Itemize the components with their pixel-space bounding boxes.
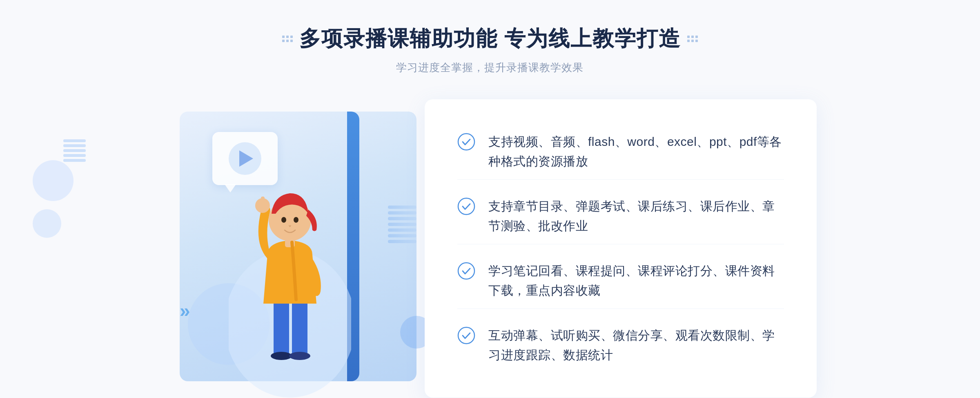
stripe-line-6 — [388, 234, 416, 237]
header-section: 多项录播课辅助功能 专为线上教学打造 学习进度全掌握，提升录播课教学效果 — [282, 25, 698, 75]
svg-point-13 — [458, 263, 474, 279]
right-decoration-dots — [687, 36, 698, 42]
stripe-line-3 — [388, 217, 416, 220]
stripes-decoration — [388, 206, 416, 246]
feature-text-3: 学习笔记回看、课程提问、课程评论打分、课件资料下载，重点内容收藏 — [488, 261, 784, 300]
feature-item-4: 互动弹幕、试听购买、微信分享、观看次数限制、学习进度跟踪、数据统计 — [457, 318, 784, 373]
feature-text-1: 支持视频、音频、flash、word、excel、ppt、pdf等各种格式的资源… — [488, 132, 784, 171]
feature-item-2: 支持章节目录、弹题考试、课后练习、课后作业、章节测验、批改作业 — [457, 188, 784, 244]
title-row: 多项录播课辅助功能 专为线上教学打造 — [282, 25, 698, 53]
check-icon-4 — [457, 326, 475, 344]
stripe-line-1 — [388, 206, 416, 209]
feature-item-3: 学习笔记回看、课程提问、课程评论打分、课件资料下载，重点内容收藏 — [457, 253, 784, 309]
feature-text-4: 互动弹幕、试听购买、微信分享、观看次数限制、学习进度跟踪、数据统计 — [488, 326, 784, 365]
feature-text-2: 支持章节目录、弹题考试、课后练习、课后作业、章节测验、批改作业 — [488, 197, 784, 236]
svg-point-9 — [294, 217, 298, 223]
stripe-line-4 — [388, 223, 416, 226]
stripe-4 — [63, 154, 86, 157]
svg-point-4 — [289, 352, 310, 360]
left-decoration-dots — [282, 36, 293, 42]
outer-stripes — [63, 139, 86, 164]
stripe-line-5 — [388, 228, 416, 232]
check-icon-1 — [457, 133, 475, 151]
check-icon-2 — [457, 197, 475, 215]
main-title: 多项录播课辅助功能 专为线上教学打造 — [299, 25, 681, 53]
svg-point-8 — [281, 217, 286, 223]
main-content: » — [163, 99, 817, 398]
outer-circle-small — [33, 209, 61, 238]
stripe-2 — [63, 144, 86, 147]
subtitle: 学习进度全掌握，提升录播课教学效果 — [282, 60, 698, 75]
check-icon-3 — [457, 262, 475, 280]
stripe-line-2 — [388, 211, 416, 215]
page-container: 多项录播课辅助功能 专为线上教学打造 学习进度全掌握，提升录播课教学效果 — [0, 0, 980, 398]
stripe-1 — [63, 139, 86, 142]
svg-point-14 — [458, 327, 474, 344]
feature-item-1: 支持视频、音频、flash、word、excel、ppt、pdf等各种格式的资源… — [457, 124, 784, 180]
figure-illustration — [229, 161, 351, 398]
stripe-5 — [63, 159, 86, 162]
svg-point-11 — [458, 134, 474, 150]
svg-rect-1 — [274, 300, 289, 357]
svg-point-3 — [271, 352, 292, 360]
outer-left-decoration — [33, 160, 74, 238]
content-panel: 支持视频、音频、flash、word、excel、ppt、pdf等各种格式的资源… — [425, 99, 817, 398]
illustration-area: » — [163, 99, 441, 398]
svg-point-12 — [458, 198, 474, 215]
left-arrows-icon: » — [180, 300, 190, 322]
stripe-3 — [63, 149, 86, 152]
stripe-line-7 — [388, 240, 416, 243]
svg-rect-2 — [292, 300, 307, 357]
outer-circle-large — [33, 160, 74, 201]
svg-rect-6 — [261, 197, 265, 208]
